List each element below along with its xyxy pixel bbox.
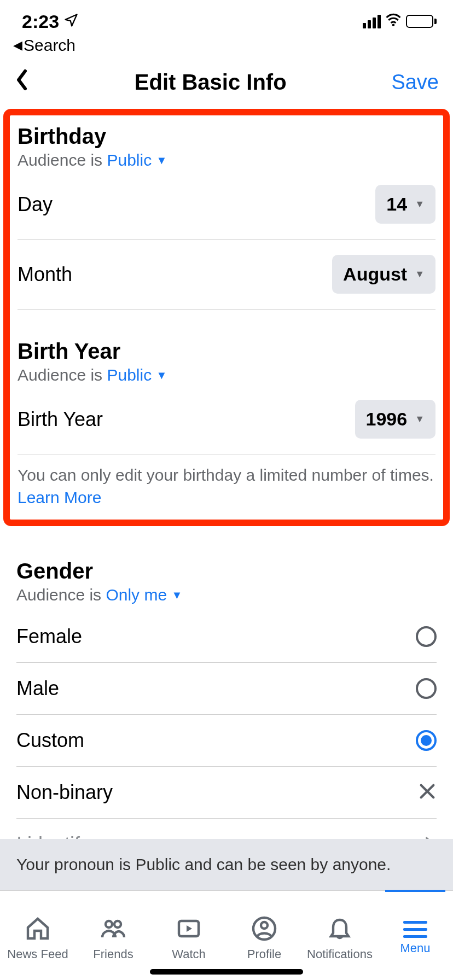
caret-down-icon: ▼ — [415, 413, 425, 425]
audience-prefix: Audience is — [18, 151, 107, 169]
tab-label: News Feed — [7, 947, 68, 961]
svg-point-2 — [114, 921, 121, 928]
birth-year-section: Birth Year Audience is Public ▼ Birth Ye… — [18, 339, 435, 512]
tab-label: Menu — [400, 941, 430, 955]
birth-year-value: 1996 — [366, 409, 408, 430]
svg-point-5 — [261, 922, 268, 929]
location-arrow-icon — [63, 13, 79, 30]
month-value: August — [343, 264, 407, 285]
caret-down-icon: ▼ — [156, 369, 167, 382]
status-bar: 2:23 — [0, 0, 453, 33]
status-left: 2:23 — [22, 11, 79, 32]
tab-label: Notifications — [307, 947, 373, 961]
radio-unchecked-icon — [416, 678, 437, 699]
battery-icon — [406, 15, 437, 28]
gender-option-custom[interactable]: Custom — [16, 715, 437, 767]
gender-option-female[interactable]: Female — [16, 611, 437, 663]
audience-value: Only me — [106, 586, 167, 604]
note-text: You can only edit your birthday a limite… — [18, 466, 434, 484]
tab-profile[interactable]: Profile — [226, 891, 302, 980]
day-label: Day — [18, 193, 53, 216]
radio-checked-icon — [416, 730, 437, 751]
birthday-audience[interactable]: Audience is Public ▼ — [18, 151, 435, 170]
gender-option-male[interactable]: Male — [16, 663, 437, 715]
tab-label: Friends — [93, 947, 133, 961]
status-right — [363, 12, 437, 31]
friends-icon — [100, 915, 126, 944]
tab-label: Watch — [172, 947, 206, 961]
radio-unchecked-icon — [416, 626, 437, 647]
birthday-title: Birthday — [18, 124, 435, 149]
back-to-search[interactable]: ◀ Search — [0, 33, 453, 55]
wifi-icon — [385, 12, 402, 31]
custom-gender-value: Non-binary — [16, 781, 113, 804]
gender-custom-label: Custom — [16, 729, 84, 752]
gender-title: Gender — [16, 559, 437, 584]
save-button[interactable]: Save — [391, 71, 439, 94]
svg-point-1 — [106, 921, 112, 928]
back-button[interactable] — [14, 69, 30, 96]
banner-text: Your pronoun is Public and can be seen b… — [16, 855, 391, 873]
pronoun-public-banner: Your pronoun is Public and can be seen b… — [0, 839, 453, 890]
gender-audience[interactable]: Audience is Only me ▼ — [16, 586, 437, 604]
profile-icon — [251, 915, 277, 944]
audience-prefix: Audience is — [16, 586, 106, 604]
gender-male-label: Male — [16, 677, 59, 700]
month-row: Month August ▼ — [18, 240, 435, 310]
day-select[interactable]: 14 ▼ — [375, 185, 435, 224]
caret-down-icon: ▼ — [415, 269, 425, 280]
back-search-label: Search — [24, 36, 76, 55]
back-triangle-icon: ◀ — [13, 38, 22, 52]
home-indicator[interactable] — [150, 969, 303, 975]
audience-value: Public — [107, 151, 152, 169]
learn-more-link[interactable]: Learn More — [18, 488, 101, 506]
caret-down-icon: ▼ — [156, 154, 167, 167]
caret-down-icon: ▼ — [415, 199, 425, 210]
month-select[interactable]: August ▼ — [332, 255, 435, 294]
caret-down-icon: ▼ — [171, 589, 182, 602]
custom-gender-value-row[interactable]: Non-binary — [16, 767, 437, 819]
watch-icon — [176, 915, 202, 944]
audience-prefix: Audience is — [18, 366, 107, 384]
birth-year-select[interactable]: 1996 ▼ — [355, 400, 435, 439]
menu-icon — [403, 921, 427, 938]
birthday-edit-note: You can only edit your birthday a limite… — [18, 454, 435, 512]
svg-point-0 — [392, 24, 395, 27]
page-title: Edit Basic Info — [135, 70, 287, 95]
birthday-highlight-box: Birthday Audience is Public ▼ Day 14 ▼ M… — [3, 109, 450, 526]
bell-icon — [327, 915, 353, 944]
tab-notifications[interactable]: Notifications — [302, 891, 378, 980]
birth-year-label: Birth Year — [18, 408, 103, 431]
bottom-tab-bar: News Feed Friends Watch Profile Notifica… — [0, 890, 453, 980]
tab-label: Profile — [247, 947, 281, 961]
tab-friends[interactable]: Friends — [76, 891, 151, 980]
birth-year-audience[interactable]: Audience is Public ▼ — [18, 366, 435, 384]
day-row: Day 14 ▼ — [18, 170, 435, 240]
tab-menu[interactable]: Menu — [378, 891, 453, 980]
clear-icon[interactable] — [418, 782, 437, 803]
birth-year-row: Birth Year 1996 ▼ — [18, 384, 435, 454]
audience-value: Public — [107, 366, 152, 384]
month-label: Month — [18, 263, 72, 286]
birth-year-title: Birth Year — [18, 339, 435, 364]
tab-news-feed[interactable]: News Feed — [0, 891, 76, 980]
birthday-section: Birthday Audience is Public ▼ Day 14 ▼ M… — [18, 124, 435, 310]
home-icon — [25, 915, 51, 944]
nav-header: Edit Basic Info Save — [0, 55, 453, 107]
tab-watch[interactable]: Watch — [151, 891, 226, 980]
gender-female-label: Female — [16, 625, 82, 648]
day-value: 14 — [386, 194, 407, 215]
status-time: 2:23 — [22, 11, 59, 32]
cellular-signal-icon — [363, 15, 381, 28]
